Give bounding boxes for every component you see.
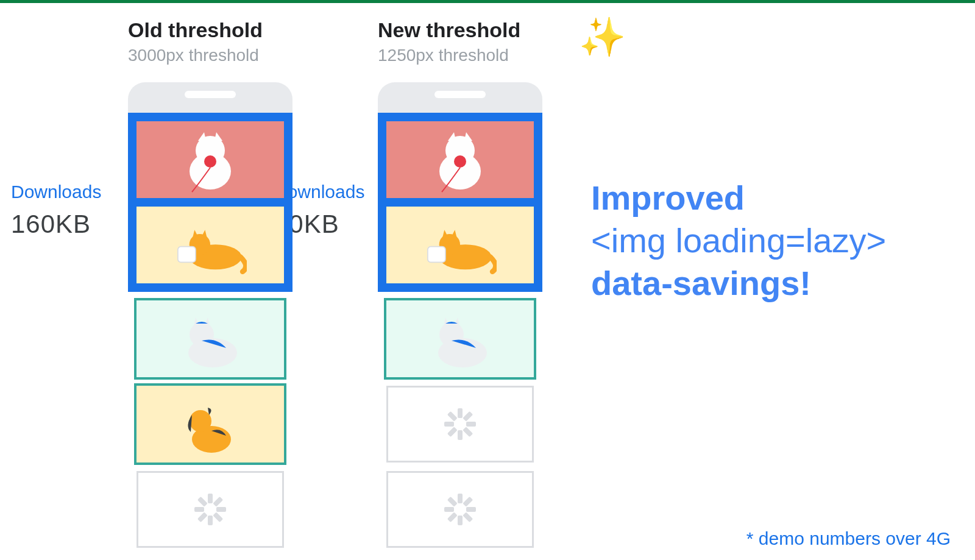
dog-icon xyxy=(174,391,247,458)
loading-spinner-icon xyxy=(444,408,476,440)
image-tile-cat-yarn xyxy=(136,121,284,198)
image-tile-dog-loaded xyxy=(136,386,284,463)
orange-cat-icon xyxy=(174,211,247,278)
column-title: Old threshold xyxy=(128,18,360,42)
orange-cat-icon xyxy=(424,211,497,278)
svg-marker-23 xyxy=(442,230,448,238)
image-tile-blue-cat-loaded xyxy=(136,300,284,377)
image-tile-orange-cat xyxy=(386,207,534,283)
svg-marker-8 xyxy=(201,230,207,238)
image-tile-placeholder xyxy=(386,471,534,548)
below-viewport xyxy=(378,292,542,556)
svg-point-15 xyxy=(190,410,211,432)
image-tile-orange-cat xyxy=(136,207,284,283)
column-subtitle: 3000px threshold xyxy=(128,46,360,65)
loading-spinner-icon xyxy=(444,494,476,525)
image-tile-cat-yarn xyxy=(386,121,534,198)
downloads-label: Downloads xyxy=(11,182,101,202)
downloads-value: 160KB xyxy=(11,210,101,239)
below-viewport xyxy=(128,292,292,556)
cat-yarn-icon xyxy=(174,126,247,193)
blue-cat-icon xyxy=(424,305,497,372)
phone-mockup xyxy=(378,82,542,556)
phone-viewport xyxy=(378,113,542,292)
svg-marker-7 xyxy=(193,230,199,238)
window-top-edge xyxy=(0,0,975,3)
phone-notch xyxy=(128,82,292,113)
image-tile-placeholder xyxy=(136,471,284,548)
headline-line-3: data-savings! xyxy=(591,262,886,305)
svg-point-20 xyxy=(454,155,466,168)
headline-line-1: Improved xyxy=(591,177,886,219)
headline-line-2: <img loading=lazy> xyxy=(591,219,886,262)
phone-viewport xyxy=(128,113,292,292)
svg-marker-24 xyxy=(451,230,457,238)
loading-spinner-icon xyxy=(194,494,226,525)
column-new-threshold: New threshold 1250px threshold xyxy=(378,18,609,556)
sparkles-icon: ✨ xyxy=(579,15,626,59)
footnote: * demo numbers over 4G xyxy=(746,528,951,549)
image-tile-blue-cat-loaded xyxy=(386,300,534,377)
svg-point-4 xyxy=(204,155,216,168)
svg-rect-9 xyxy=(178,247,196,263)
cat-yarn-icon xyxy=(424,126,497,193)
downloads-old: Downloads 160KB xyxy=(11,182,101,239)
column-subtitle: 1250px threshold xyxy=(378,46,609,65)
column-old-threshold: Old threshold 3000px threshold xyxy=(128,18,360,556)
blue-cat-icon xyxy=(174,305,247,372)
image-tile-placeholder xyxy=(386,386,534,463)
svg-rect-25 xyxy=(428,247,445,263)
headline: Improved <img loading=lazy> data-savings… xyxy=(591,177,886,305)
phone-notch xyxy=(378,82,542,113)
phone-mockup xyxy=(128,82,292,556)
column-title: New threshold xyxy=(378,18,609,42)
